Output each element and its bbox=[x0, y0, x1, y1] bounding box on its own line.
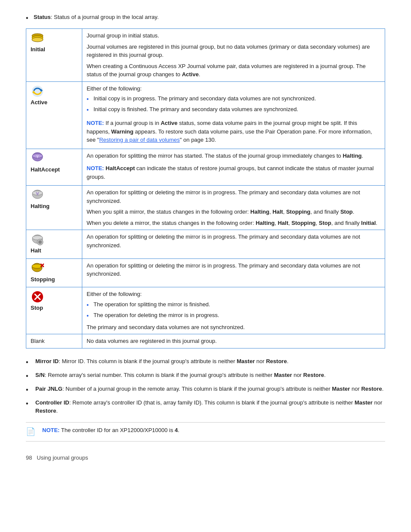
haltaccept-note: NOTE: HaltAccept can indicate the status… bbox=[87, 164, 380, 181]
page-footer: 98 Using journal groups bbox=[26, 454, 385, 461]
sn-dot: • bbox=[26, 371, 35, 381]
content-cell-halting: An operation for splitting or deleting t… bbox=[82, 186, 385, 230]
note-footer-icon: 📄 bbox=[26, 426, 38, 438]
pair-jnlg-dot: • bbox=[26, 385, 35, 395]
haltaccept-label: HaltAccept bbox=[31, 165, 60, 174]
stop-icon bbox=[31, 290, 44, 304]
mirror-id-bullet: • Mirror ID: Mirror ID. This column is b… bbox=[26, 357, 385, 367]
svg-point-15 bbox=[38, 240, 42, 244]
content-cell-initial: Journal group in initial status. Journal… bbox=[82, 29, 385, 82]
content-cell-stopping: An operation for splitting or deleting t… bbox=[82, 258, 385, 287]
table-row-blank: Blank No data volumes are registered in … bbox=[26, 334, 385, 348]
status-label: Status bbox=[34, 14, 51, 20]
sn-text: S/N: Remote array's serial number. This … bbox=[35, 371, 326, 380]
stopping-label: Stopping bbox=[31, 275, 55, 284]
page-number: 98 bbox=[26, 454, 32, 461]
stop-extra-text: The primary and secondary data volumes a… bbox=[87, 323, 380, 332]
halting-text-3: When you delete a mirror, the status cha… bbox=[87, 219, 380, 227]
initial-text-3: When creating a Continuous Access XP Jou… bbox=[87, 62, 380, 79]
stop-bullet-1-text: The operation for splitting the mirror i… bbox=[93, 300, 210, 309]
icon-wrap-stopping: Stopping bbox=[31, 261, 78, 285]
stop-intro: Either of the following: bbox=[87, 290, 380, 299]
content-cell-halt: An operation for splitting or deleting t… bbox=[82, 230, 385, 259]
active-bullet-2: • Initial copy is finished. The primary … bbox=[87, 105, 380, 115]
table-row-stop: Stop Either of the following: • The oper… bbox=[26, 287, 385, 334]
initial-icon bbox=[31, 31, 44, 45]
table-row-halting: Halting An operation for splitting or de… bbox=[26, 186, 385, 230]
active-icon bbox=[31, 84, 44, 98]
stop-inner-dot-1: • bbox=[87, 300, 93, 310]
table-row-stopping: Stopping An operation for splitting or d… bbox=[26, 258, 385, 287]
note-footer-text: NOTE: The controller ID for an XP12000/X… bbox=[42, 426, 179, 435]
blank-text: No data volumes are registered in this j… bbox=[87, 337, 380, 345]
icon-wrap-halting: Halting bbox=[31, 188, 78, 212]
stop-bullet-2-text: The operation for deleting the mirror is… bbox=[93, 311, 219, 320]
bullet-dot: • bbox=[26, 13, 34, 23]
active-note-text: If a journal group is in Active status, … bbox=[87, 120, 372, 143]
svg-point-4 bbox=[32, 37, 43, 42]
icon-cell-stopping: Stopping bbox=[26, 258, 82, 287]
halting-label: Halting bbox=[31, 202, 50, 211]
inner-dot-1: • bbox=[87, 94, 93, 104]
active-bullet-2-text: Initial copy is finished. The primary an… bbox=[93, 105, 298, 114]
halt-icon bbox=[31, 233, 44, 246]
mirror-id-dot: • bbox=[26, 357, 35, 367]
active-intro: Either of the following: bbox=[87, 84, 380, 93]
haltaccept-note-label: NOTE: bbox=[87, 165, 104, 171]
active-bullet-1: • Initial copy is in progress. The prima… bbox=[87, 94, 380, 104]
content-cell-stop: Either of the following: • The operation… bbox=[82, 287, 385, 334]
halting-text-1: An operation for splitting or deleting t… bbox=[87, 188, 380, 205]
page-footer-text: Using journal groups bbox=[37, 454, 88, 461]
stop-bullet-2: • The operation for deleting the mirror … bbox=[87, 311, 380, 320]
haltaccept-text: An operation for splitting the mirror ha… bbox=[87, 152, 380, 160]
pair-jnlg-bullet: • Pair JNLG: Number of a journal group i… bbox=[26, 385, 385, 395]
icon-wrap-initial: Initial bbox=[31, 31, 78, 55]
stop-bullet-1: • The operation for splitting the mirror… bbox=[87, 300, 380, 310]
stopping-text: An operation for splitting or deleting t… bbox=[87, 261, 380, 278]
stop-label: Stop bbox=[31, 304, 43, 312]
active-bullet-1-text: Initial copy is in progress. The primary… bbox=[93, 94, 316, 103]
table-row-initial: Initial Journal group in initial status.… bbox=[26, 29, 385, 82]
icon-cell-halt: Halt bbox=[26, 230, 82, 259]
status-bullet-text: Status: Status of a journal group in the… bbox=[34, 13, 385, 22]
initial-text-2: Journal volumes are registered in this j… bbox=[87, 43, 380, 59]
active-label: Active bbox=[31, 98, 47, 107]
active-note-label: NOTE: bbox=[87, 120, 104, 126]
icon-cell-stop: Stop bbox=[26, 287, 82, 334]
table-row-active: Active Either of the following: • Initia… bbox=[26, 81, 385, 149]
controller-id-text: Controller ID: Remote array's controller… bbox=[35, 398, 385, 415]
halt-label: Halt bbox=[31, 246, 41, 255]
active-note: NOTE: If a journal group is in Active st… bbox=[87, 119, 380, 144]
icon-cell-blank: Blank bbox=[26, 334, 82, 348]
controller-id-bullet: • Controller ID: Remote array's controll… bbox=[26, 398, 385, 415]
icon-cell-haltaccept: HaltAccept bbox=[26, 149, 82, 186]
sn-bullet: • S/N: Remote array's serial number. Thi… bbox=[26, 371, 385, 381]
status-table: Initial Journal group in initial status.… bbox=[26, 28, 385, 348]
halting-text-2: When you split a mirror, the status chan… bbox=[87, 208, 380, 216]
halt-text: An operation for splitting or deleting t… bbox=[87, 233, 380, 249]
content-cell-haltaccept: An operation for splitting the mirror ha… bbox=[82, 149, 385, 186]
content-cell-active: Either of the following: • Initial copy … bbox=[82, 81, 385, 149]
mirror-id-text: Mirror ID: Mirror ID. This column is bla… bbox=[35, 357, 289, 366]
status-bullet: • Status: Status of a journal group in t… bbox=[26, 13, 385, 23]
content-cell-blank: No data volumes are registered in this j… bbox=[82, 334, 385, 348]
table-row-haltaccept: HaltAccept An operation for splitting th… bbox=[26, 149, 385, 186]
blank-label: Blank bbox=[31, 338, 45, 344]
initial-text-1: Journal group in initial status. bbox=[87, 31, 380, 40]
halting-icon bbox=[31, 188, 44, 202]
icon-cell-halting: Halting bbox=[26, 186, 82, 230]
intro-bullet-section: • Status: Status of a journal group in t… bbox=[26, 13, 385, 23]
table-row-halt: Halt An operation for splitting or delet… bbox=[26, 230, 385, 259]
icon-wrap-haltaccept: HaltAccept bbox=[31, 152, 78, 175]
icon-cell-initial: Initial bbox=[26, 29, 82, 82]
haltaccept-icon bbox=[31, 152, 44, 165]
bottom-bullets-section: • Mirror ID: Mirror ID. This column is b… bbox=[26, 357, 385, 415]
icon-wrap-halt: Halt bbox=[31, 233, 78, 256]
icon-cell-active: Active bbox=[26, 81, 82, 149]
icon-wrap-stop: Stop bbox=[31, 290, 78, 313]
pair-jnlg-text: Pair JNLG: Number of a journal group in … bbox=[35, 385, 383, 393]
stopping-icon bbox=[31, 261, 44, 275]
stop-inner-dot-2: • bbox=[87, 311, 93, 320]
note-footer: 📄 NOTE: The controller ID for an XP12000… bbox=[26, 422, 385, 442]
controller-id-dot: • bbox=[26, 398, 35, 409]
